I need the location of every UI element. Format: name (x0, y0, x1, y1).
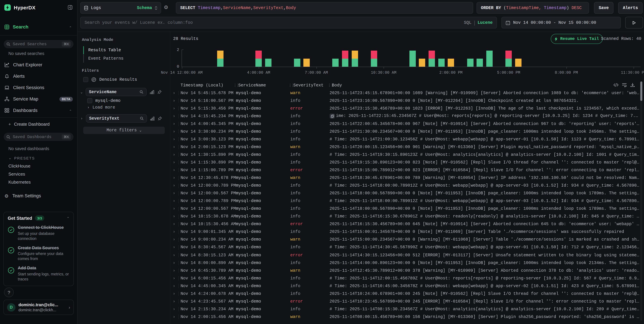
table-row[interactable]: ›Nov 14 2:00:15.456 AMmysql-demowarn2025… (170, 313, 640, 321)
chevron-right-icon[interactable]: › (80, 116, 83, 121)
saved-searches-input[interactable]: Saved Searches ⌘K (4, 40, 74, 48)
col-header-body[interactable]: Body (332, 83, 342, 88)
event-search-input[interactable]: Search your events w/ Lucene ex. column:… (80, 17, 497, 28)
pin-icon[interactable] (158, 116, 162, 121)
histogram-bar[interactable] (486, 51, 493, 67)
chevron-up-icon[interactable]: ⌃ (69, 26, 72, 29)
facet-value-mysql-demo[interactable]: mysql-demo (87, 98, 120, 103)
settings-gear-icon[interactable]: ⚙ (164, 4, 168, 10)
get-started-item[interactable]: Add Data Start sending logs, metrics, or… (8, 266, 70, 282)
resume-live-tail-button[interactable]: Resume Live Tail (551, 34, 603, 44)
histogram-bar[interactable] (371, 51, 377, 67)
sidebar-collapse-icon[interactable] (68, 5, 72, 10)
table-row[interactable]: ›Nov 14 10:15:30.678 AMmysql-demoinfo# T… (170, 213, 640, 220)
tab-results-table[interactable]: Results Table (83, 46, 166, 54)
row-expand-icon[interactable]: › (170, 214, 178, 219)
get-started-item[interactable]: Create Data Sources Configure where your… (8, 245, 70, 261)
row-expand-icon[interactable]: › (170, 315, 178, 319)
row-expand-icon[interactable]: › (170, 253, 178, 258)
row-expand-icon[interactable]: › (170, 145, 178, 150)
histogram-bar[interactable] (342, 51, 348, 67)
source-selector[interactable]: Logs Schema (80, 2, 161, 14)
histogram-bar[interactable] (256, 51, 262, 67)
sidebar-item-search[interactable]: Search (4, 24, 28, 29)
row-expand-icon[interactable]: › (170, 153, 178, 157)
scrollbar[interactable] (640, 81, 642, 321)
table-row[interactable]: ›Nov 14 1:15:00.789 PMmysql-demoerror202… (170, 166, 640, 174)
row-expand-icon[interactable]: › (170, 98, 178, 103)
get-started-item[interactable]: Connect to ClickHouse Set up your databa… (8, 225, 70, 241)
facet-servicename-search[interactable]: ServiceName (86, 88, 147, 96)
table-row[interactable]: ›Nov 14 4:23:45.567 AMmysql-demoerror202… (170, 298, 640, 306)
table-row[interactable]: ›Nov 14 2:00:15.123 PMmysql-demowarn2025… (170, 143, 640, 151)
save-button[interactable]: Save (594, 2, 614, 14)
table-row[interactable]: ›Nov 14 10:15:30.456 AMmysql-demoerror20… (170, 220, 640, 228)
sidebar-item-chart-explorer[interactable]: Chart Explorer (4, 62, 42, 67)
row-expand-icon[interactable]: › (170, 261, 178, 265)
col-header-timestamp[interactable]: Timestamp (Local) (180, 83, 223, 88)
histogram-bar[interactable] (419, 59, 425, 67)
col-header-servicename[interactable]: ServiceName (238, 83, 266, 88)
histogram-bar[interactable] (506, 51, 512, 67)
histogram-bar[interactable] (304, 59, 310, 67)
chevron-up-icon[interactable]: ⌃ (66, 216, 70, 220)
histogram-bar[interactable] (448, 59, 454, 67)
tab-event-patterns[interactable]: Event Patterns (83, 55, 166, 63)
checkbox[interactable] (87, 98, 92, 103)
preset-item-clickhouse[interactable]: ClickHouse (8, 163, 30, 168)
table-row[interactable]: ›Nov 14 3:30:00.234 PMmysql-demoinfo2025… (170, 128, 640, 135)
row-expand-icon[interactable]: › (170, 191, 178, 196)
alerts-button[interactable]: Alerts (618, 2, 643, 14)
row-expand-icon[interactable]: › (170, 106, 178, 111)
row-expand-icon[interactable]: › (170, 168, 178, 172)
table-row[interactable]: ›Nov 14 6:00:15.456 AMmysql-demoinfo# Ti… (170, 274, 640, 282)
more-filters-button[interactable]: More filters ⌄ (83, 127, 165, 134)
table-row[interactable]: ›Nov 14 1:30:15.890 PMmysql-demoinfo# Ti… (170, 151, 640, 159)
row-expand-icon[interactable]: › (170, 137, 178, 142)
bar-chart-icon[interactable] (150, 90, 154, 94)
pin-icon[interactable] (158, 90, 162, 94)
table-row[interactable]: ›Nov 14 12:30:45.678 PMmysql-demowarn202… (170, 174, 640, 182)
table-row[interactable]: ›Nov 14 12:00:00.789 PMmysql-demoinfo# T… (170, 197, 640, 205)
row-expand-icon[interactable]: › (170, 206, 178, 211)
table-row[interactable]: ›Nov 14 4:45:00.345 AMmysql-demoinfo# Ti… (170, 282, 640, 290)
drag-handle-icon[interactable]: ⋮⋮ (233, 83, 238, 87)
table-row[interactable]: ›Nov 14 8:00:00.890 AMmysql-demoinfo2025… (170, 259, 640, 267)
help-button[interactable]: ? (4, 288, 14, 297)
table-row[interactable]: ›Nov 14 12:00:00.789 PMmysql-demoinfo# T… (170, 182, 640, 189)
saved-dashboards-input[interactable]: Saved Dashboards ⌘K (4, 133, 74, 141)
sidebar-item-client-sessions[interactable]: Client Sessions (4, 85, 44, 90)
table-row[interactable]: ›Nov 14 1:15:30.890 PMmysql-demoinfo2025… (170, 159, 640, 166)
table-row[interactable]: ›Nov 14 6:45:30.789 AMmysql-demowarn2025… (170, 267, 640, 274)
histogram-bar[interactable] (476, 59, 483, 67)
row-expand-icon[interactable]: › (170, 284, 178, 288)
table-row[interactable]: ›Nov 14 4:00:45.345 PMmysql-demoinfo2025… (170, 120, 640, 128)
row-expand-icon[interactable]: › (170, 222, 178, 227)
chevron-up-icon[interactable]: ⌃ (69, 109, 72, 113)
preset-item-services[interactable]: Services (8, 171, 25, 176)
table-row[interactable]: ›Nov 14 12:00:00.567 PMmysql-demoinfo202… (170, 189, 640, 197)
row-expand-icon[interactable]: › (170, 199, 178, 203)
table-row[interactable]: ›Nov 14 5:15:30.456 PMmysql-demoerror202… (170, 105, 640, 112)
create-dashboard-button[interactable]: + Create Dashboard (8, 122, 50, 127)
load-more-button[interactable]: › Load more (87, 105, 115, 110)
table-row[interactable]: ›Nov 14 4:15:45.234 PMmysql-demoinfoime:… (170, 112, 640, 120)
preset-item-kubernetes[interactable]: Kubernetes (8, 179, 31, 185)
copy-icon[interactable] (330, 114, 335, 119)
table-row[interactable]: ›Nov 14 8:30:45.567 AMmysql-demoinfo# Ti… (170, 244, 640, 251)
table-row[interactable]: ›Nov 14 2:15:30.234 AMmysql-demoinfo# Ti… (170, 306, 640, 313)
app-logo[interactable]: HyperDX (4, 4, 36, 11)
lang-toggle-sql[interactable]: SQL (464, 20, 472, 25)
row-expand-icon[interactable]: › (170, 245, 178, 250)
row-expand-icon[interactable]: › (170, 91, 178, 95)
histogram-bar[interactable] (294, 59, 300, 67)
histogram-bar[interactable] (409, 51, 416, 67)
date-range-picker[interactable]: 1 Nov 14 00:00:00 - Nov 15 00:00:00 (501, 17, 621, 28)
row-expand-icon[interactable]: › (170, 276, 178, 281)
col-header-severitytext[interactable]: SeverityText (293, 83, 324, 88)
orderby-input[interactable]: ORDER BY (TimestampTime, Timestamp) DESC (476, 2, 589, 14)
row-expand-icon[interactable]: › (170, 175, 178, 180)
presets-header[interactable]: ⌄ PRESETS (8, 156, 35, 160)
bar-chart-icon[interactable] (150, 116, 154, 121)
facet-severitytext-search[interactable]: SeverityText (86, 114, 147, 123)
